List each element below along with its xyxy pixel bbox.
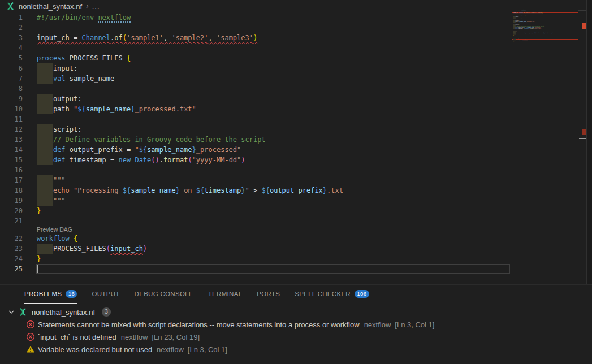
- code-line-4[interactable]: 4: [0, 43, 592, 53]
- code-line-18[interactable]: 18 echo "Processing ${sample_name} on ${…: [0, 185, 592, 196]
- line-number[interactable]: 19: [0, 196, 23, 206]
- line-number[interactable]: 8: [0, 84, 23, 94]
- gutter-decorations[interactable]: [23, 254, 37, 264]
- line-content[interactable]: [513, 42, 578, 43]
- panel-tab-terminal[interactable]: TERMINAL: [208, 285, 243, 304]
- code-line-3[interactable]: 3input_ch = Channel.of('sample1', 'sampl…: [0, 33, 592, 43]
- gutter-decorations[interactable]: [23, 165, 37, 175]
- line-number[interactable]: 20: [0, 206, 23, 216]
- gutter-decorations[interactable]: [23, 94, 37, 104]
- code-line-1[interactable]: 1#!/usr/bin/env nextflow: [0, 12, 592, 23]
- line-content[interactable]: [37, 23, 592, 33]
- problem-row-error[interactable]: `input_ch` is not definednextflow[Ln 23,…: [0, 331, 592, 343]
- line-number[interactable]: 23: [0, 244, 23, 254]
- line-content[interactable]: def timestamp = new Date().format("yyyy-…: [37, 155, 592, 165]
- gutter-decorations[interactable]: [23, 175, 37, 185]
- code-line-22[interactable]: 22workflow {: [0, 233, 592, 244]
- line-content[interactable]: [37, 264, 592, 274]
- line-content[interactable]: input_ch = Channel.of('sample1', 'sample…: [37, 33, 592, 43]
- line-number[interactable]: 7: [0, 73, 23, 84]
- code-line-2[interactable]: 2: [0, 23, 592, 33]
- line-content[interactable]: [37, 43, 592, 53]
- gutter-decorations[interactable]: [23, 63, 37, 73]
- line-number[interactable]: 22: [0, 233, 23, 244]
- code-line-12[interactable]: 12 script:: [0, 124, 592, 135]
- gutter-decorations[interactable]: [23, 185, 37, 196]
- gutter-decorations[interactable]: [23, 155, 37, 165]
- code-line-16[interactable]: 16: [0, 165, 592, 175]
- code-line-7[interactable]: 7 val sample_name: [0, 73, 592, 84]
- code-line-10[interactable]: 10 path "${sample_name}_processed.txt": [0, 104, 592, 114]
- code-line-15[interactable]: 15 def timestamp = new Date().format("yy…: [0, 155, 592, 165]
- line-content[interactable]: process PROCESS_FILES {: [37, 53, 592, 63]
- line-number[interactable]: 5: [0, 53, 23, 63]
- problem-row-warning[interactable]: Variable was declared but not usednextfl…: [0, 343, 592, 356]
- panel-tab-problems[interactable]: PROBLEMS16: [24, 285, 77, 304]
- line-content[interactable]: """: [37, 175, 592, 185]
- line-number[interactable]: 18: [0, 185, 23, 196]
- panel-tab-spell-checker[interactable]: SPELL CHECKER106: [295, 285, 369, 304]
- line-content[interactable]: [37, 165, 592, 175]
- code-line-23[interactable]: 23 PROCESS_FILES(input_ch): [0, 244, 592, 254]
- gutter-decorations[interactable]: [23, 216, 37, 226]
- gutter-decorations[interactable]: [23, 43, 37, 53]
- gutter-decorations[interactable]: [23, 73, 37, 84]
- line-content[interactable]: echo "Processing ${sample_name} on ${tim…: [37, 185, 592, 196]
- line-number[interactable]: 12: [0, 124, 23, 135]
- line-content[interactable]: def output_prefix = "${sample_name}_proc…: [37, 145, 592, 155]
- codelens-preview-dag[interactable]: Preview DAG: [37, 226, 592, 233]
- code-line-17[interactable]: 17 """: [0, 175, 592, 185]
- gutter-decorations[interactable]: [23, 233, 37, 244]
- code-line-21[interactable]: 21: [0, 216, 592, 226]
- problem-row-error[interactable]: Statements cannot be mixed with script d…: [0, 318, 592, 331]
- gutter-decorations[interactable]: [23, 196, 37, 206]
- gutter-decorations[interactable]: [23, 53, 37, 63]
- code-line-8[interactable]: 8: [0, 84, 592, 94]
- line-number[interactable]: 13: [0, 135, 23, 145]
- panel-tab-output[interactable]: OUTPUT: [92, 285, 119, 304]
- line-number[interactable]: 4: [0, 43, 23, 53]
- panel-tab-debug-console[interactable]: DEBUG CONSOLE: [135, 285, 193, 304]
- line-number[interactable]: 11: [0, 114, 23, 124]
- line-number[interactable]: 6: [0, 63, 23, 73]
- line-content[interactable]: workflow {: [37, 233, 592, 244]
- line-content[interactable]: }: [37, 254, 592, 264]
- line-number[interactable]: 10: [0, 104, 23, 114]
- line-number[interactable]: 14: [0, 145, 23, 155]
- line-number[interactable]: 1: [0, 12, 23, 23]
- line-number[interactable]: 17: [0, 175, 23, 185]
- gutter-decorations[interactable]: [23, 12, 37, 23]
- code-line-14[interactable]: 14 def output_prefix = "${sample_name}_p…: [0, 145, 592, 155]
- line-content[interactable]: script:: [37, 124, 592, 135]
- problems-file-group[interactable]: nonlethal_syntax.nf 3: [0, 306, 592, 318]
- line-content[interactable]: val sample_name: [37, 73, 592, 84]
- gutter-decorations[interactable]: [23, 84, 37, 94]
- code-editor[interactable]: 1#!/usr/bin/env nextflow23input_ch = Cha…: [0, 12, 592, 284]
- overview-ruler-scrollbar[interactable]: [578, 10, 586, 283]
- line-number[interactable]: 24: [0, 254, 23, 264]
- gutter-decorations[interactable]: [23, 33, 37, 43]
- gutter-decorations[interactable]: [23, 145, 37, 155]
- code-line-9[interactable]: 9 output:: [0, 94, 592, 104]
- code-line-25[interactable]: 25: [0, 264, 592, 274]
- panel-tab-ports[interactable]: PORTS: [257, 285, 280, 304]
- line-number[interactable]: 9: [0, 94, 23, 104]
- line-number[interactable]: 3: [0, 33, 23, 43]
- line-number[interactable]: 25: [0, 264, 23, 274]
- gutter-decorations[interactable]: [23, 244, 37, 254]
- line-content[interactable]: [37, 114, 592, 124]
- line-content[interactable]: [37, 216, 592, 226]
- gutter-decorations[interactable]: [23, 206, 37, 216]
- line-content[interactable]: }: [37, 206, 592, 216]
- code-line-6[interactable]: 6 input:: [0, 63, 592, 73]
- gutter-decorations[interactable]: [23, 264, 37, 274]
- breadcrumb-ellipsis[interactable]: ...: [92, 2, 100, 11]
- gutter-decorations[interactable]: [23, 124, 37, 135]
- code-line-24[interactable]: 24}: [0, 254, 592, 264]
- line-number[interactable]: 16: [0, 165, 23, 175]
- breadcrumb-filename[interactable]: nonlethal_syntax.nf: [19, 2, 82, 11]
- gutter-decorations[interactable]: [23, 114, 37, 124]
- code-line-20[interactable]: 20}: [0, 206, 592, 216]
- line-content[interactable]: PROCESS_FILES(input_ch): [37, 244, 592, 254]
- line-number[interactable]: 2: [0, 23, 23, 33]
